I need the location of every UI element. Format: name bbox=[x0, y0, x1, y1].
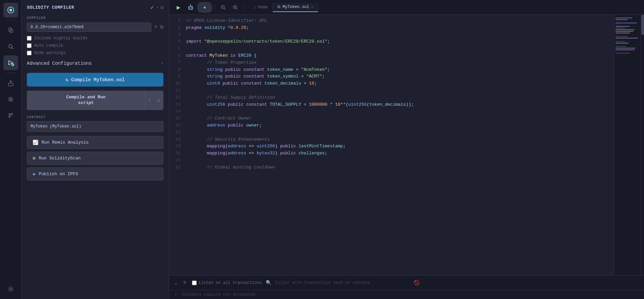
svg-point-1 bbox=[9, 9, 12, 11]
run-analysis-label: Run Remix Analysis bbox=[42, 140, 89, 145]
zoom-in-button[interactable] bbox=[230, 2, 241, 13]
listen-label[interactable]: Listen on all transactions bbox=[199, 281, 261, 285]
files-icon-btn[interactable] bbox=[3, 23, 18, 38]
debug-icon-btn[interactable] bbox=[3, 92, 18, 107]
minimap-line bbox=[615, 19, 628, 20]
expand-icon[interactable]: ⊡ bbox=[161, 5, 163, 10]
compiler-version-row: 0.8.20+commit.a1b79de6 + ⧉ bbox=[21, 21, 169, 35]
line-number: 8 bbox=[169, 66, 186, 73]
line-content bbox=[186, 87, 614, 94]
no-entry-icon[interactable]: 🚫 bbox=[414, 280, 419, 286]
table-row: 14 bbox=[169, 108, 614, 115]
publish-ipfs-label: Publish on IPFS bbox=[39, 171, 78, 177]
table-row: 13 uint256 public constant TOTAL_SUPPLY … bbox=[169, 101, 614, 108]
line-content: mapping(address => bytes32) public chall… bbox=[186, 150, 614, 157]
expand-arrow-icon[interactable]: › bbox=[175, 292, 177, 297]
svg-point-17 bbox=[190, 4, 191, 5]
copy-icon-btn[interactable]: ⧉ bbox=[154, 94, 163, 107]
minimap-line bbox=[615, 36, 628, 37]
code-lines: 1// SPDX-License-Identifier: GPL2pragma … bbox=[169, 15, 614, 174]
play-button[interactable]: ▶ bbox=[173, 2, 184, 13]
compile-run-button[interactable]: Compile and Runscript bbox=[27, 91, 145, 110]
table-row: 8 string public constant token_name = "A… bbox=[169, 66, 614, 73]
table-row: 19 mapping(address => uint256) public la… bbox=[169, 143, 614, 150]
top-toolbar: ▶ ◉ bbox=[169, 0, 644, 15]
auto-compile-checkbox[interactable] bbox=[27, 43, 32, 48]
table-row: 18 // Security Enhancements bbox=[169, 136, 614, 143]
compiler-version-select[interactable]: 0.8.20+commit.a1b79de6 bbox=[27, 22, 151, 32]
copy-compiler-icon[interactable]: ⧉ bbox=[160, 24, 163, 30]
minimap-content bbox=[614, 15, 641, 57]
home-icon: ⌂ bbox=[254, 5, 256, 10]
publish-ipfs-button[interactable]: ◈ Publish on IPFS bbox=[27, 167, 163, 181]
compiler-section-label: COMPILER bbox=[21, 13, 169, 21]
table-row: 3 bbox=[169, 32, 614, 39]
filter-input[interactable] bbox=[276, 281, 410, 285]
compile-run-label: Compile and Runscript bbox=[66, 95, 105, 105]
line-number: 4 bbox=[169, 38, 186, 45]
minimap-line bbox=[615, 46, 626, 47]
minimap-line bbox=[615, 44, 618, 45]
line-content bbox=[186, 45, 614, 52]
logo-icon-btn[interactable] bbox=[3, 3, 18, 17]
add-compiler-icon[interactable]: + bbox=[154, 24, 157, 30]
table-row: 1// SPDX-License-Identifier: GPL bbox=[169, 17, 614, 24]
run-analysis-button[interactable]: 📈 Run Remix Analysis bbox=[27, 136, 163, 149]
line-number: 16 bbox=[169, 122, 186, 129]
nightly-label[interactable]: Include nightly builds bbox=[34, 36, 87, 41]
toggle-button[interactable]: ◉ bbox=[197, 2, 212, 13]
compiler-icon-btn[interactable] bbox=[3, 55, 18, 70]
panel-title: SOLIDITY COMPILER bbox=[27, 5, 148, 10]
code-editor[interactable]: 1// SPDX-License-Identifier: GPL2pragma … bbox=[169, 15, 614, 275]
zoom-out-button[interactable] bbox=[218, 2, 229, 13]
minimap-line bbox=[615, 29, 635, 30]
file-tab-label: MyToken.sol bbox=[283, 5, 309, 9]
settings-icon-btn[interactable] bbox=[3, 282, 18, 296]
refresh-icon: ↻ bbox=[65, 77, 68, 83]
contract-label: CONTRACT bbox=[27, 115, 163, 119]
info-icon-btn[interactable]: ℹ bbox=[145, 94, 154, 107]
svg-rect-14 bbox=[189, 6, 193, 9]
advanced-config-row[interactable]: Advanced Configurations › bbox=[21, 57, 169, 70]
tab-home[interactable]: ⌂ Home bbox=[249, 3, 273, 12]
auto-compile-label[interactable]: Auto compile bbox=[34, 43, 63, 48]
deploy-icon-btn[interactable] bbox=[3, 76, 18, 91]
line-content: // Token Properties bbox=[186, 59, 614, 66]
minimap-line bbox=[615, 26, 630, 27]
line-number: 18 bbox=[169, 136, 186, 143]
nightly-checkbox[interactable] bbox=[27, 36, 32, 41]
collapse-arrow-icon[interactable]: ⌄ bbox=[175, 280, 177, 286]
chevron-right-icon: › bbox=[161, 61, 163, 66]
checkmark-icon[interactable]: ✓ bbox=[151, 4, 154, 11]
status-bar: ⌄ 0 Listen on all transactions 🔍 🚫 bbox=[169, 275, 644, 290]
tab-mytoken[interactable]: ⧉ MyToken.sol ✕ bbox=[273, 3, 318, 12]
copilot-message: Solidity copilot not activated! bbox=[182, 292, 257, 297]
line-number: 2 bbox=[169, 24, 186, 32]
svg-line-5 bbox=[12, 48, 13, 49]
run-solidityscan-label: Run SolidityScan bbox=[39, 156, 81, 161]
compile-button[interactable]: ↻ Compile MyToken.sol bbox=[27, 73, 163, 87]
table-row: 10 uint8 public constant token_decimals … bbox=[169, 80, 614, 87]
minimap-line bbox=[615, 48, 636, 49]
line-number: 20 bbox=[169, 150, 186, 157]
search-icon-btn[interactable] bbox=[3, 39, 18, 54]
tab-close-icon[interactable]: ✕ bbox=[311, 5, 313, 9]
hide-warnings-checkbox[interactable] bbox=[27, 51, 32, 55]
contract-select[interactable]: MyToken (MyToken.sol) bbox=[27, 121, 163, 132]
bottom-area: ⌄ 0 Listen on all transactions 🔍 🚫 › Sol… bbox=[169, 275, 644, 299]
run-solidityscan-button[interactable]: ⊞ Run SolidityScan bbox=[27, 152, 163, 165]
git-icon-btn[interactable] bbox=[3, 108, 18, 123]
line-number: 11 bbox=[169, 87, 186, 94]
listen-all-checkbox[interactable] bbox=[192, 281, 197, 285]
table-row: 6contract MyToken is ERC20 { bbox=[169, 52, 614, 59]
table-row: 22 // Global minting cooldown bbox=[169, 164, 614, 171]
right-scrollbar[interactable] bbox=[641, 15, 644, 275]
table-row: 2pragma solidity ^0.8.20; bbox=[169, 24, 614, 32]
minimap-line bbox=[615, 34, 618, 35]
hide-warnings-label[interactable]: Hide warnings bbox=[34, 51, 66, 55]
robot-icon[interactable] bbox=[185, 2, 196, 13]
status-search-icon[interactable]: 🔍 bbox=[266, 280, 271, 286]
forward-icon[interactable]: › bbox=[156, 5, 158, 10]
minimap bbox=[614, 15, 641, 275]
nightly-builds-row: Include nightly builds bbox=[21, 35, 169, 42]
